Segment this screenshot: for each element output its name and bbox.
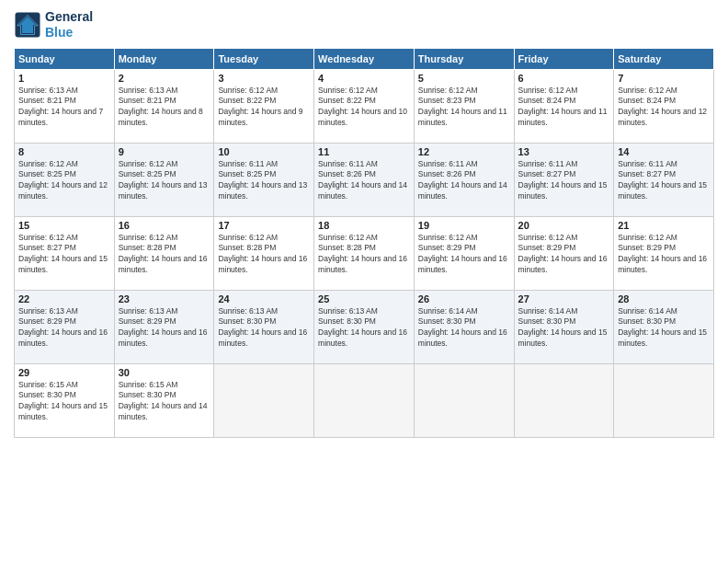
day-info: Sunrise: 6:11 AMSunset: 8:27 PMDaylight:… bbox=[518, 159, 610, 203]
day-info: Sunrise: 6:12 AMSunset: 8:28 PMDaylight:… bbox=[318, 233, 410, 277]
calendar-cell: 2 Sunrise: 6:13 AMSunset: 8:21 PMDayligh… bbox=[114, 69, 214, 143]
calendar-cell: 27 Sunrise: 6:14 AMSunset: 8:30 PMDaylig… bbox=[514, 290, 614, 363]
col-header-friday: Friday bbox=[514, 48, 614, 69]
calendar-cell: 16 Sunrise: 6:12 AMSunset: 8:28 PMDaylig… bbox=[114, 216, 214, 290]
day-number: 14 bbox=[618, 146, 710, 157]
calendar-week-row: 8 Sunrise: 6:12 AMSunset: 8:25 PMDayligh… bbox=[15, 143, 714, 216]
calendar-cell: 24 Sunrise: 6:13 AMSunset: 8:30 PMDaylig… bbox=[214, 290, 314, 363]
day-number: 6 bbox=[518, 73, 610, 84]
day-number: 30 bbox=[119, 367, 210, 378]
day-number: 24 bbox=[218, 293, 310, 304]
day-number: 20 bbox=[518, 220, 610, 231]
logo-text: General Blue bbox=[45, 9, 93, 40]
col-header-thursday: Thursday bbox=[414, 48, 514, 69]
calendar-cell: 12 Sunrise: 6:11 AMSunset: 8:26 PMDaylig… bbox=[414, 143, 514, 216]
day-info: Sunrise: 6:12 AMSunset: 8:25 PMDaylight:… bbox=[18, 159, 110, 203]
day-number: 12 bbox=[418, 146, 510, 157]
calendar-cell: 14 Sunrise: 6:11 AMSunset: 8:27 PMDaylig… bbox=[614, 143, 714, 216]
logo-icon bbox=[14, 11, 41, 39]
calendar-header-row: SundayMondayTuesdayWednesdayThursdayFrid… bbox=[15, 48, 714, 69]
calendar-cell: 21 Sunrise: 6:12 AMSunset: 8:29 PMDaylig… bbox=[614, 216, 714, 290]
calendar-cell bbox=[414, 363, 514, 437]
day-info: Sunrise: 6:12 AMSunset: 8:22 PMDaylight:… bbox=[218, 86, 310, 130]
day-number: 22 bbox=[18, 293, 110, 304]
calendar-cell: 26 Sunrise: 6:14 AMSunset: 8:30 PMDaylig… bbox=[414, 290, 514, 363]
day-number: 17 bbox=[218, 220, 310, 231]
page: General Blue SundayMondayTuesdayWednesda… bbox=[0, 0, 728, 563]
calendar-cell bbox=[614, 363, 714, 437]
day-number: 3 bbox=[218, 73, 310, 84]
day-info: Sunrise: 6:12 AMSunset: 8:27 PMDaylight:… bbox=[18, 233, 110, 277]
calendar-cell bbox=[214, 363, 314, 437]
day-number: 8 bbox=[18, 146, 110, 157]
day-info: Sunrise: 6:11 AMSunset: 8:26 PMDaylight:… bbox=[318, 159, 410, 203]
calendar-cell: 4 Sunrise: 6:12 AMSunset: 8:22 PMDayligh… bbox=[314, 69, 415, 143]
day-info: Sunrise: 6:11 AMSunset: 8:26 PMDaylight:… bbox=[418, 159, 510, 203]
day-number: 21 bbox=[618, 220, 710, 231]
calendar-cell: 1 Sunrise: 6:13 AMSunset: 8:21 PMDayligh… bbox=[15, 69, 115, 143]
day-info: Sunrise: 6:11 AMSunset: 8:25 PMDaylight:… bbox=[218, 159, 310, 203]
day-number: 23 bbox=[119, 293, 210, 304]
day-info: Sunrise: 6:12 AMSunset: 8:29 PMDaylight:… bbox=[518, 233, 610, 277]
calendar-cell: 9 Sunrise: 6:12 AMSunset: 8:25 PMDayligh… bbox=[114, 143, 214, 216]
calendar-cell: 22 Sunrise: 6:13 AMSunset: 8:29 PMDaylig… bbox=[15, 290, 115, 363]
day-info: Sunrise: 6:12 AMSunset: 8:28 PMDaylight:… bbox=[119, 233, 210, 277]
day-info: Sunrise: 6:12 AMSunset: 8:28 PMDaylight:… bbox=[218, 233, 310, 277]
day-info: Sunrise: 6:11 AMSunset: 8:27 PMDaylight:… bbox=[618, 159, 710, 203]
day-number: 10 bbox=[218, 146, 310, 157]
col-header-sunday: Sunday bbox=[15, 48, 115, 69]
day-info: Sunrise: 6:14 AMSunset: 8:30 PMDaylight:… bbox=[518, 306, 610, 350]
day-number: 28 bbox=[618, 293, 710, 304]
col-header-monday: Monday bbox=[114, 48, 214, 69]
calendar-cell: 11 Sunrise: 6:11 AMSunset: 8:26 PMDaylig… bbox=[314, 143, 415, 216]
day-info: Sunrise: 6:13 AMSunset: 8:30 PMDaylight:… bbox=[218, 306, 310, 350]
day-info: Sunrise: 6:12 AMSunset: 8:22 PMDaylight:… bbox=[318, 86, 410, 130]
day-info: Sunrise: 6:12 AMSunset: 8:24 PMDaylight:… bbox=[518, 86, 610, 130]
calendar-cell: 19 Sunrise: 6:12 AMSunset: 8:29 PMDaylig… bbox=[414, 216, 514, 290]
day-info: Sunrise: 6:13 AMSunset: 8:30 PMDaylight:… bbox=[318, 306, 410, 350]
logo: General Blue bbox=[14, 9, 93, 40]
day-number: 9 bbox=[119, 146, 210, 157]
calendar-cell: 20 Sunrise: 6:12 AMSunset: 8:29 PMDaylig… bbox=[514, 216, 614, 290]
day-info: Sunrise: 6:15 AMSunset: 8:30 PMDaylight:… bbox=[119, 380, 210, 424]
day-number: 2 bbox=[119, 73, 210, 84]
calendar-cell bbox=[314, 363, 415, 437]
calendar-cell: 8 Sunrise: 6:12 AMSunset: 8:25 PMDayligh… bbox=[15, 143, 115, 216]
col-header-wednesday: Wednesday bbox=[314, 48, 415, 69]
calendar-week-row: 22 Sunrise: 6:13 AMSunset: 8:29 PMDaylig… bbox=[15, 290, 714, 363]
day-info: Sunrise: 6:12 AMSunset: 8:29 PMDaylight:… bbox=[418, 233, 510, 277]
day-number: 25 bbox=[318, 293, 410, 304]
header: General Blue bbox=[14, 9, 714, 40]
day-info: Sunrise: 6:12 AMSunset: 8:23 PMDaylight:… bbox=[418, 86, 510, 130]
calendar-cell: 25 Sunrise: 6:13 AMSunset: 8:30 PMDaylig… bbox=[314, 290, 415, 363]
calendar-week-row: 15 Sunrise: 6:12 AMSunset: 8:27 PMDaylig… bbox=[15, 216, 714, 290]
day-info: Sunrise: 6:13 AMSunset: 8:29 PMDaylight:… bbox=[119, 306, 210, 350]
day-number: 1 bbox=[18, 73, 110, 84]
day-info: Sunrise: 6:15 AMSunset: 8:30 PMDaylight:… bbox=[18, 380, 110, 424]
calendar-cell: 28 Sunrise: 6:14 AMSunset: 8:30 PMDaylig… bbox=[614, 290, 714, 363]
day-info: Sunrise: 6:12 AMSunset: 8:29 PMDaylight:… bbox=[618, 233, 710, 277]
day-number: 4 bbox=[318, 73, 410, 84]
day-number: 15 bbox=[18, 220, 110, 231]
day-number: 7 bbox=[618, 73, 710, 84]
col-header-saturday: Saturday bbox=[614, 48, 714, 69]
calendar-week-row: 1 Sunrise: 6:13 AMSunset: 8:21 PMDayligh… bbox=[15, 69, 714, 143]
calendar-cell: 23 Sunrise: 6:13 AMSunset: 8:29 PMDaylig… bbox=[114, 290, 214, 363]
calendar-cell: 15 Sunrise: 6:12 AMSunset: 8:27 PMDaylig… bbox=[15, 216, 115, 290]
calendar-cell: 17 Sunrise: 6:12 AMSunset: 8:28 PMDaylig… bbox=[214, 216, 314, 290]
calendar-cell: 6 Sunrise: 6:12 AMSunset: 8:24 PMDayligh… bbox=[514, 69, 614, 143]
day-info: Sunrise: 6:14 AMSunset: 8:30 PMDaylight:… bbox=[618, 306, 710, 350]
calendar-cell bbox=[514, 363, 614, 437]
day-number: 29 bbox=[18, 367, 110, 378]
day-number: 11 bbox=[318, 146, 410, 157]
day-number: 13 bbox=[518, 146, 610, 157]
day-info: Sunrise: 6:13 AMSunset: 8:21 PMDaylight:… bbox=[119, 86, 210, 130]
day-number: 18 bbox=[318, 220, 410, 231]
col-header-tuesday: Tuesday bbox=[214, 48, 314, 69]
day-number: 19 bbox=[418, 220, 510, 231]
calendar-body: 1 Sunrise: 6:13 AMSunset: 8:21 PMDayligh… bbox=[15, 69, 714, 437]
calendar-cell: 18 Sunrise: 6:12 AMSunset: 8:28 PMDaylig… bbox=[314, 216, 415, 290]
calendar-week-row: 29 Sunrise: 6:15 AMSunset: 8:30 PMDaylig… bbox=[15, 363, 714, 437]
calendar-cell: 10 Sunrise: 6:11 AMSunset: 8:25 PMDaylig… bbox=[214, 143, 314, 216]
day-number: 16 bbox=[119, 220, 210, 231]
